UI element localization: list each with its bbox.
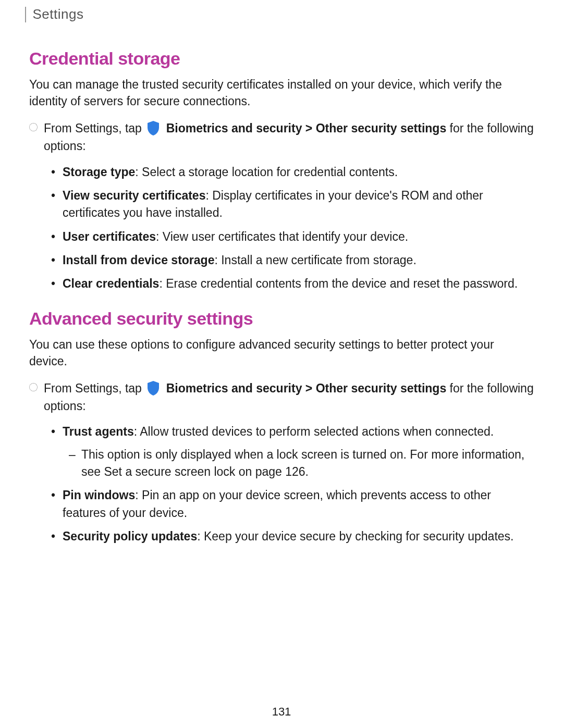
page-number: 131 — [0, 705, 563, 719]
option-desc: : Install a new certificate from storage… — [214, 253, 416, 267]
page-content: Credential storage You can manage the tr… — [0, 48, 563, 545]
subnote-after: on page 126. — [235, 465, 309, 478]
header-divider — [25, 7, 26, 22]
section1-intro: You can manage the trusted security cert… — [29, 76, 534, 109]
instruction-prefix: From Settings, tap — [44, 381, 145, 395]
sub-note-list: This option is only displayed when a loc… — [63, 446, 534, 481]
bullet-circle-icon — [29, 123, 38, 131]
section-heading-credential-storage: Credential storage — [29, 48, 534, 69]
list-item: Install from device storage: Install a n… — [63, 252, 534, 269]
option-desc: : Erase credential contents from the dev… — [159, 277, 518, 290]
option-title: Trust agents — [63, 425, 134, 438]
section2-options: Trust agents: Allow trusted devices to p… — [44, 423, 534, 545]
option-title: Storage type — [63, 165, 135, 179]
section-heading-advanced-security: Advanced security settings — [29, 309, 534, 329]
section2-intro: You can use these options to configure a… — [29, 336, 534, 369]
option-title: User certificates — [63, 230, 156, 243]
bullet-circle-icon — [29, 383, 38, 391]
section-advanced: Advanced security settings You can use t… — [29, 309, 534, 546]
header-title: Settings — [32, 6, 83, 22]
instruction-prefix: From Settings, tap — [44, 121, 145, 135]
list-item: Storage type: Select a storage location … — [63, 164, 534, 181]
section2-instruction-list: From Settings, tap Biometrics and securi… — [29, 380, 534, 545]
shield-icon — [146, 381, 161, 396]
list-item: Security policy updates: Keep your devic… — [63, 528, 534, 545]
option-title: Install from device storage — [63, 253, 214, 267]
option-title: Pin windows — [63, 488, 135, 502]
section1-instruction: From Settings, tap Biometrics and securi… — [44, 120, 534, 292]
list-item: Trust agents: Allow trusted devices to p… — [63, 423, 534, 480]
section1-instruction-list: From Settings, tap Biometrics and securi… — [29, 120, 534, 292]
subnote-link: Set a secure screen lock — [104, 465, 235, 478]
option-title: Security policy updates — [63, 529, 197, 543]
section1-options: Storage type: Select a storage location … — [44, 164, 534, 293]
option-desc: : Select a storage location for credenti… — [135, 165, 398, 179]
option-title: Clear credentials — [63, 277, 159, 290]
shield-icon — [146, 121, 161, 135]
instruction-path: Biometrics and security > Other security… — [166, 121, 447, 135]
option-desc: : Keep your device secure by checking fo… — [197, 529, 513, 543]
section2-instruction: From Settings, tap Biometrics and securi… — [44, 380, 534, 545]
page-header: Settings — [0, 0, 563, 22]
list-item: User certificates: View user certificate… — [63, 228, 534, 245]
sub-note: This option is only displayed when a loc… — [81, 446, 534, 481]
option-desc: : Allow trusted devices to perform selec… — [134, 425, 494, 438]
list-item: View security certificates: Display cert… — [63, 187, 534, 222]
option-title: View security certificates — [63, 189, 205, 202]
list-item: Pin windows: Pin an app on your device s… — [63, 487, 534, 522]
instruction-path: Biometrics and security > Other security… — [166, 381, 447, 395]
list-item: Clear credentials: Erase credential cont… — [63, 275, 534, 292]
option-desc: : View user certificates that identify y… — [156, 230, 408, 243]
